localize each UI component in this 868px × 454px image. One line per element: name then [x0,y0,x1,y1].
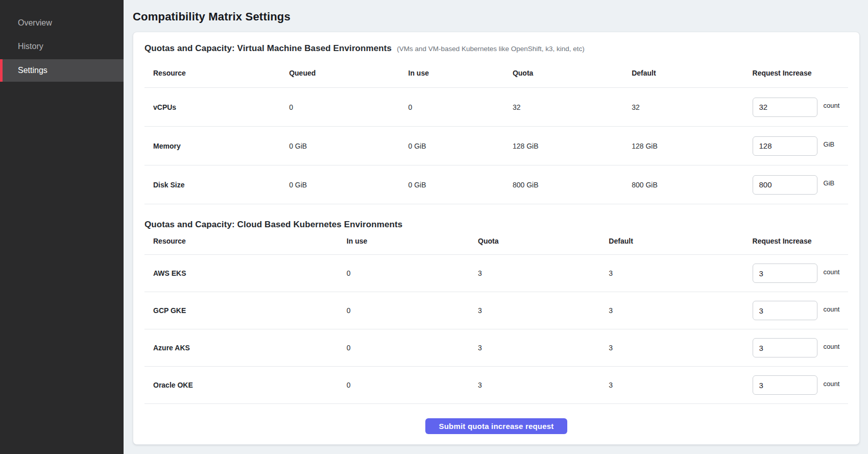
vm-section-subtitle: (VMs and VM-based Kubernetes like OpenSh… [397,45,585,53]
column-header-quota: Quota [478,237,609,245]
sidebar-item-settings[interactable]: Settings [0,59,124,82]
column-header-resource: Resource [144,69,289,77]
cell-quota: 3 [478,269,609,277]
cell-quota: 3 [478,306,609,315]
cell-queued: 0 [289,103,408,111]
cell-request-increase: GiB [753,175,848,195]
table-row-azure-aks: Azure AKS 0 3 3 count [144,329,848,367]
cell-default: 3 [609,306,752,315]
cell-quota: 3 [478,381,609,389]
sidebar-item-overview[interactable]: Overview [0,12,124,34]
cell-quota: 32 [513,103,632,111]
cell-quota: 800 GiB [513,181,632,189]
cell-in-use: 0 [347,344,478,352]
sidebar-item-label: Settings [18,66,47,75]
azure-aks-request-input[interactable] [753,338,817,357]
sidebar: Overview History Settings [0,0,124,454]
table-row-memory: Memory 0 GiB 0 GiB 128 GiB 128 GiB GiB [144,127,848,165]
table-row-aws-eks: AWS EKS 0 3 3 count [144,255,848,292]
cell-request-increase: GiB [753,136,848,156]
unit-label: count [824,305,840,313]
cell-default: 3 [609,269,752,277]
cell-default: 128 GiB [632,142,752,150]
cell-request-increase: count [753,375,848,395]
cell-request-increase: count [753,338,848,357]
cell-resource: Azure AKS [144,344,347,352]
vm-table-header: Resource Queued In use Quota Default Req… [144,69,848,88]
cell-default: 800 GiB [632,181,752,189]
cell-in-use: 0 GiB [408,142,513,150]
submit-quota-increase-button[interactable]: Submit quota increase request [425,418,567,434]
cell-quota: 3 [478,344,609,352]
column-header-request-increase: Request Increase [753,69,848,77]
gcp-gke-request-input[interactable] [753,301,817,320]
cell-default: 3 [609,381,752,389]
cell-default: 3 [609,344,752,352]
sidebar-item-label: Overview [18,18,52,28]
page-title: Compatibility Matrix Settings [133,10,860,23]
k8s-section-header: Quotas and Capacity: Cloud Based Kuberne… [144,220,848,230]
unit-label: count [824,380,840,388]
table-row-disk-size: Disk Size 0 GiB 0 GiB 800 GiB 800 GiB Gi… [144,165,848,204]
unit-label: count [824,343,840,350]
column-header-default: Default [609,237,752,245]
cell-request-increase: count [753,301,848,320]
disk-size-request-input[interactable] [753,175,817,195]
cell-resource: Disk Size [144,181,289,189]
table-row-oracle-oke: Oracle OKE 0 3 3 count [144,367,848,404]
column-header-quota: Quota [513,69,632,77]
cell-resource: AWS EKS [144,269,347,277]
cell-in-use: 0 [408,103,513,111]
column-header-default: Default [632,69,752,77]
unit-label: GiB [824,140,835,148]
aws-eks-request-input[interactable] [753,264,817,283]
cell-in-use: 0 [347,381,478,389]
vm-section-header: Quotas and Capacity: Virtual Machine Bas… [144,43,848,54]
unit-label: count [824,268,840,276]
column-header-request-increase: Request Increase [753,237,848,245]
column-header-queued: Queued [289,69,408,77]
vcpus-request-input[interactable] [753,98,817,117]
oracle-oke-request-input[interactable] [753,375,817,395]
button-row: Submit quota increase request [144,418,848,434]
cell-default: 32 [632,103,752,111]
cell-in-use: 0 GiB [408,181,513,189]
k8s-table-header: Resource In use Quota Default Request In… [144,237,848,255]
column-header-in-use: In use [347,237,478,245]
cell-resource: Oracle OKE [144,381,347,389]
cell-resource: vCPUs [144,103,289,111]
unit-label: count [824,102,840,109]
column-header-in-use: In use [408,69,513,77]
main-content: Compatibility Matrix Settings Quotas and… [124,0,868,454]
table-row-gcp-gke: GCP GKE 0 3 3 count [144,292,848,329]
memory-request-input[interactable] [753,136,817,156]
cell-request-increase: count [753,264,848,283]
settings-card: Quotas and Capacity: Virtual Machine Bas… [133,32,860,445]
cell-resource: Memory [144,142,289,150]
cell-request-increase: count [753,98,848,117]
cell-queued: 0 GiB [289,142,408,150]
unit-label: GiB [824,179,835,187]
k8s-section-title: Quotas and Capacity: Cloud Based Kuberne… [144,220,402,230]
sidebar-item-history[interactable]: History [0,36,124,57]
cell-in-use: 0 [347,306,478,315]
vm-section-title: Quotas and Capacity: Virtual Machine Bas… [144,43,392,54]
sidebar-item-label: History [18,42,43,51]
cell-in-use: 0 [347,269,478,277]
cell-quota: 128 GiB [513,142,632,150]
table-row-vcpus: vCPUs 0 0 32 32 count [144,88,848,127]
cell-resource: GCP GKE [144,306,347,315]
cell-queued: 0 GiB [289,181,408,189]
column-header-resource: Resource [144,237,347,245]
